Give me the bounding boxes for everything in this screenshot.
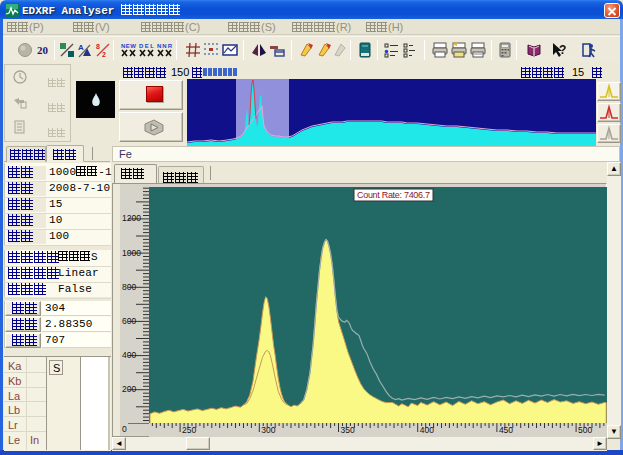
svg-text:450: 450: [499, 425, 513, 435]
svg-text:NEW: NEW: [121, 43, 136, 49]
svg-text:?: ?: [559, 43, 566, 57]
svg-text:8: 8: [96, 43, 100, 50]
svg-text:DEL: DEL: [139, 43, 154, 49]
svg-text:A: A: [78, 43, 84, 52]
svg-text:2: 2: [102, 51, 106, 58]
svg-text:400: 400: [420, 425, 434, 435]
svg-text:300: 300: [261, 425, 275, 435]
svg-text:600: 600: [122, 316, 136, 326]
svg-text:200: 200: [122, 384, 136, 394]
svg-text:1200: 1200: [122, 213, 141, 223]
svg-text:500: 500: [578, 425, 592, 435]
svg-text:Count Rate: 7406.7: Count Rate: 7406.7: [357, 190, 430, 200]
svg-text:NNR: NNR: [157, 43, 173, 49]
svg-text:400: 400: [122, 350, 136, 360]
svg-text:800: 800: [122, 282, 136, 292]
svg-text:20: 20: [37, 44, 49, 56]
svg-text:350: 350: [341, 425, 355, 435]
svg-text:250: 250: [182, 425, 196, 435]
svg-text:1000: 1000: [122, 248, 141, 258]
